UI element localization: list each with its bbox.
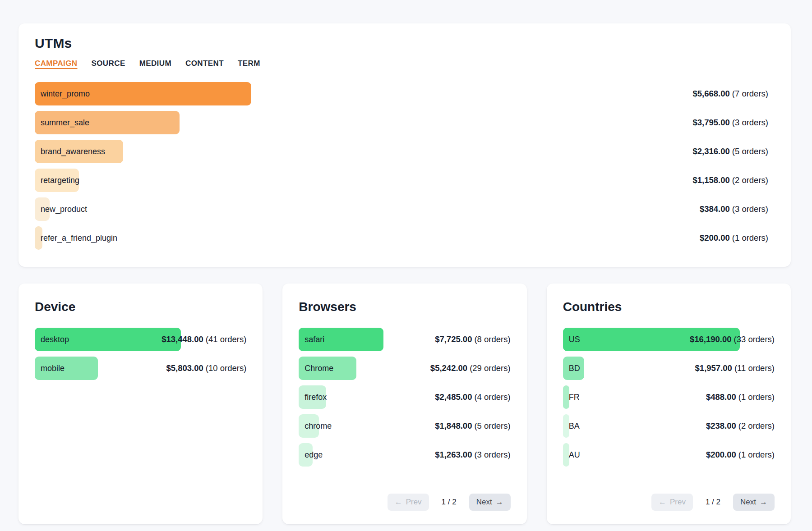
bar-value: $384.00(3 orders)	[700, 204, 768, 214]
bar-value: $200.00(1 orders)	[700, 233, 768, 243]
bar	[563, 414, 569, 438]
bar-label: FR	[569, 393, 580, 402]
bar-value: $488.00(1 orders)	[706, 392, 775, 402]
bar-orders: (5 orders)	[474, 421, 510, 430]
bar-value: $5,242.00(29 orders)	[430, 363, 511, 373]
bar-value: $1,848.00(5 orders)	[435, 421, 511, 431]
bar-label: US	[569, 335, 580, 344]
bar-value: $7,725.00(8 orders)	[435, 334, 511, 344]
bar-label: firefox	[304, 393, 327, 402]
bar-orders: (8 orders)	[474, 334, 510, 344]
utms-tabs: CAMPAIGN SOURCE MEDIUM CONTENT TERM	[35, 59, 768, 69]
tab-source[interactable]: SOURCE	[92, 59, 125, 68]
utm-row-refer-a-friend-plugin: refer_a_friend_plugin $200.00(1 orders)	[35, 226, 768, 250]
tab-content[interactable]: CONTENT	[185, 59, 224, 68]
utms-bar-list: winter_promo $5,668.00(7 orders) summer_…	[35, 82, 768, 250]
browsers-bar-list: safari $7,725.00(8 orders) Chrome $5,242…	[299, 328, 510, 467]
bar-amount: $238.00	[706, 421, 736, 430]
tab-term[interactable]: TERM	[238, 59, 260, 68]
bar-orders: (7 orders)	[732, 89, 768, 98]
utm-row-brand-awareness: brand_awareness $2,316.00(5 orders)	[35, 140, 768, 163]
country-row-ba: BA $238.00(2 orders)	[563, 414, 775, 438]
bar-orders: (4 orders)	[474, 392, 510, 402]
bar-value: $1,263.00(3 orders)	[435, 450, 511, 460]
bar-amount: $7,725.00	[435, 334, 472, 344]
bar-orders: (3 orders)	[732, 204, 768, 214]
bar-orders: (1 orders)	[738, 450, 775, 459]
bar-label: desktop	[41, 335, 69, 344]
bar-value: $5,803.00(10 orders)	[166, 363, 247, 373]
countries-bar-list: US $16,190.00(33 orders) BD $1,957.00(11…	[563, 328, 775, 467]
bar-amount: $5,242.00	[430, 363, 467, 373]
bar-orders: (5 orders)	[732, 146, 768, 156]
bar-value: $16,190.00(33 orders)	[690, 334, 775, 344]
prev-button-label: Prev	[406, 498, 422, 507]
country-row-fr: FR $488.00(1 orders)	[563, 385, 775, 409]
bar-label: summer_sale	[41, 118, 89, 128]
country-row-us: US $16,190.00(33 orders)	[563, 328, 775, 351]
bar-label: chrome	[304, 421, 332, 431]
bar-label: AU	[569, 450, 580, 460]
utms-card-title: UTMs	[35, 35, 768, 51]
bar-orders: (3 orders)	[732, 118, 768, 127]
bar-label: mobile	[41, 364, 65, 373]
device-row-desktop: desktop $13,448.00(41 orders)	[35, 328, 246, 351]
bar-orders: (29 orders)	[470, 363, 510, 373]
countries-next-button[interactable]: Next→	[733, 494, 775, 511]
browsers-prev-button[interactable]: ←Prev	[388, 494, 429, 511]
tab-label: TERM	[238, 59, 260, 68]
bar-value: $13,448.00(41 orders)	[161, 334, 246, 344]
bar-orders: (33 orders)	[734, 334, 775, 344]
tab-label: MEDIUM	[139, 59, 171, 68]
browser-row-edge: edge $1,263.00(3 orders)	[299, 443, 510, 467]
countries-prev-button[interactable]: ←Prev	[651, 494, 693, 511]
bar-amount: $13,448.00	[161, 334, 203, 344]
arrow-left-icon: ←	[659, 498, 666, 507]
bar-value: $1,957.00(11 orders)	[695, 363, 775, 373]
bar-orders: (1 orders)	[738, 392, 775, 402]
bar-amount: $3,795.00	[692, 118, 729, 127]
browsers-page-indicator: 1 / 2	[442, 498, 457, 507]
bar-amount: $1,158.00	[692, 175, 729, 185]
countries-pagination: ←Prev 1 / 2 Next→	[563, 483, 775, 511]
bar-amount: $488.00	[706, 392, 736, 402]
bar-amount: $384.00	[700, 204, 730, 214]
next-button-label: Next	[476, 498, 492, 507]
bar-orders: (2 orders)	[732, 175, 768, 185]
next-button-label: Next	[740, 498, 756, 507]
bar-amount: $16,190.00	[690, 334, 732, 344]
bar-orders: (11 orders)	[734, 363, 775, 373]
tab-campaign[interactable]: CAMPAIGN	[35, 59, 78, 68]
arrow-right-icon: →	[760, 498, 767, 507]
bar-amount: $1,848.00	[435, 421, 472, 430]
bar-amount: $5,803.00	[166, 363, 203, 373]
browser-row-firefox: firefox $2,485.00(4 orders)	[299, 385, 510, 409]
bar	[563, 385, 569, 409]
bar	[563, 443, 569, 467]
bar-orders: (2 orders)	[738, 421, 775, 430]
bar-value: $200.00(1 orders)	[706, 450, 775, 460]
bar-amount: $200.00	[706, 450, 736, 459]
bar-label: edge	[304, 450, 323, 460]
bar-label: safari	[304, 335, 324, 344]
countries-card: Countries US $16,190.00(33 orders) BD $1…	[547, 284, 791, 524]
utm-row-new-product: new_product $384.00(3 orders)	[35, 197, 768, 221]
bar-amount: $5,668.00	[692, 89, 729, 98]
bar-value: $2,485.00(4 orders)	[435, 392, 511, 402]
bar-label: brand_awareness	[41, 147, 105, 156]
bar-orders: (41 orders)	[206, 334, 246, 344]
bar-value: $2,316.00(5 orders)	[692, 146, 768, 156]
device-card: Device desktop $13,448.00(41 orders) mob…	[18, 284, 263, 524]
browsers-next-button[interactable]: Next→	[469, 494, 511, 511]
browser-row-chrome: Chrome $5,242.00(29 orders)	[299, 357, 510, 380]
country-row-au: AU $200.00(1 orders)	[563, 443, 775, 467]
tab-label: CAMPAIGN	[35, 59, 78, 68]
bar-value: $1,158.00(2 orders)	[692, 175, 768, 185]
stats-grid: Device desktop $13,448.00(41 orders) mob…	[18, 284, 791, 524]
utm-row-retargeting: retargeting $1,158.00(2 orders)	[35, 169, 768, 192]
utm-row-summer-sale: summer_sale $3,795.00(3 orders)	[35, 111, 768, 134]
tab-label: CONTENT	[185, 59, 224, 68]
utm-row-winter-promo: winter_promo $5,668.00(7 orders)	[35, 82, 768, 105]
countries-page-indicator: 1 / 2	[706, 498, 720, 507]
tab-medium[interactable]: MEDIUM	[139, 59, 171, 68]
